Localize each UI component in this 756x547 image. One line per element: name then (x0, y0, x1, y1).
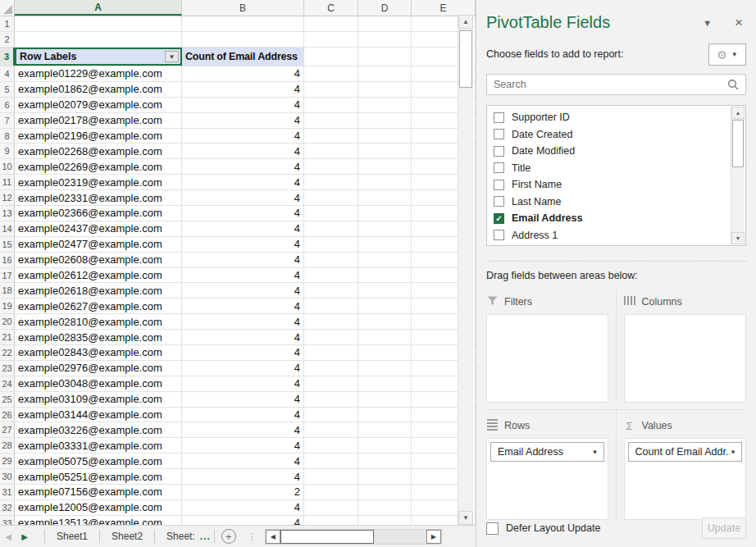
grid-cell[interactable] (358, 144, 412, 158)
grid-cell[interactable] (358, 48, 412, 66)
vertical-scrollbar[interactable]: ▲ ▼ (458, 15, 473, 525)
count-cell[interactable]: 4 (182, 66, 304, 81)
field-item-first-name[interactable]: First Name (489, 176, 744, 194)
email-cell[interactable]: example02477@example.com (15, 237, 182, 252)
email-cell[interactable]: example02976@example.com (15, 361, 182, 376)
count-cell[interactable]: 4 (182, 361, 304, 376)
row-number[interactable]: 7 (0, 113, 15, 128)
sheet-tab-3[interactable]: Sheet: (155, 526, 207, 547)
tab-nav-left-icon[interactable]: ◀ (0, 532, 16, 541)
row-number[interactable]: 20 (0, 314, 15, 329)
row-number[interactable]: 30 (0, 469, 15, 484)
grid-cell[interactable] (304, 485, 358, 499)
grid-cell[interactable] (304, 206, 358, 221)
count-cell[interactable]: 4 (182, 190, 304, 205)
grid-cell[interactable] (358, 469, 412, 484)
values-field-pill[interactable]: Count of Email Addr...▼ (628, 442, 743, 462)
scroll-up-icon[interactable]: ▲ (458, 15, 473, 29)
tools-gear-button[interactable]: ⚙ ▼ (708, 43, 746, 66)
grid-cell[interactable] (358, 268, 412, 283)
email-cell[interactable]: example02269@example.com (15, 159, 182, 174)
row-number[interactable]: 26 (0, 408, 15, 422)
row-number[interactable]: 5 (0, 82, 15, 97)
email-cell[interactable]: example07156@example.com (15, 485, 182, 499)
grid-cell[interactable] (182, 16, 304, 31)
field-item-last-name[interactable]: Last Name (489, 194, 744, 211)
row-number[interactable]: 23 (0, 361, 15, 376)
row-number[interactable]: 18 (0, 283, 15, 298)
grid-cell[interactable] (358, 408, 412, 422)
grid-cell[interactable] (304, 66, 358, 81)
horizontal-scrollbar-thumb[interactable] (280, 530, 374, 544)
grid-cell[interactable] (304, 422, 358, 437)
row-number[interactable]: 33 (0, 516, 15, 525)
email-cell[interactable]: example02608@example.com (15, 253, 182, 267)
count-cell[interactable]: 4 (182, 253, 304, 267)
filters-drop-zone[interactable] (486, 314, 608, 403)
grid-cell[interactable] (358, 314, 412, 329)
grid-cell[interactable] (358, 376, 412, 391)
row-number[interactable]: 32 (0, 500, 15, 515)
grid-cell[interactable] (304, 159, 358, 174)
grid-cell[interactable] (304, 469, 358, 484)
vertical-scrollbar-thumb[interactable] (459, 30, 472, 88)
grid-cell[interactable] (304, 32, 358, 47)
grid-cell[interactable] (304, 253, 358, 267)
row-number[interactable]: 12 (0, 190, 15, 205)
count-cell[interactable]: 4 (182, 82, 304, 97)
grid-cell[interactable] (358, 237, 412, 252)
count-cell[interactable]: 4 (182, 113, 304, 128)
row-number[interactable]: 4 (0, 66, 15, 81)
field-item-title[interactable]: Title (489, 160, 744, 177)
grid-cell[interactable] (358, 82, 412, 97)
grid-cell[interactable] (358, 485, 412, 499)
row-labels-cell[interactable]: Row Labels▼ (15, 48, 182, 66)
email-cell[interactable]: example02612@example.com (15, 268, 182, 283)
grid-cell[interactable] (304, 16, 358, 31)
row-number[interactable]: 22 (0, 345, 15, 360)
email-cell[interactable]: example02319@example.com (15, 175, 182, 189)
count-cell[interactable]: 4 (182, 345, 304, 360)
tab-nav-right-icon[interactable]: ▶ (16, 532, 33, 541)
email-cell[interactable]: example02437@example.com (15, 221, 182, 236)
count-cell[interactable]: 2 (182, 485, 304, 499)
grid-cell[interactable] (304, 361, 358, 376)
row-number[interactable]: 17 (0, 268, 15, 283)
email-cell[interactable]: example01229@example.com (15, 66, 182, 81)
grid-cell[interactable] (358, 113, 412, 128)
column-header-c[interactable]: C (304, 0, 358, 16)
grid-cell[interactable] (358, 516, 412, 525)
field-checkbox[interactable] (494, 129, 504, 139)
tab-overflow-ellipsis[interactable]: ... (200, 531, 211, 542)
sheet-tab-1[interactable]: Sheet1 (45, 526, 99, 547)
scroll-down-icon[interactable]: ▼ (458, 511, 473, 525)
field-checkbox[interactable] (494, 196, 504, 207)
field-checkbox[interactable] (494, 180, 504, 190)
scroll-right-icon[interactable]: ▶ (426, 530, 441, 544)
grid-cell[interactable] (358, 361, 412, 376)
email-cell[interactable]: example02268@example.com (15, 144, 182, 158)
sheet-tab-2[interactable]: Sheet2 (100, 526, 154, 547)
count-cell[interactable]: 4 (182, 206, 304, 221)
field-item-date-created[interactable]: Date Created (489, 126, 744, 144)
row-number[interactable]: 13 (0, 206, 15, 221)
grid-cell[interactable] (358, 500, 412, 515)
column-header-d[interactable]: D (358, 0, 412, 16)
count-cell[interactable]: 4 (182, 98, 304, 112)
count-cell[interactable]: 4 (182, 175, 304, 189)
field-list-scrollbar[interactable]: ▲ ▼ (731, 107, 745, 244)
row-number[interactable]: 29 (0, 454, 15, 468)
chevron-down-icon[interactable]: ▼ (592, 449, 599, 456)
count-cell[interactable]: 4 (182, 469, 304, 484)
email-cell[interactable]: example03226@example.com (15, 422, 182, 437)
search-input[interactable] (494, 79, 727, 90)
scroll-down-icon[interactable]: ▼ (731, 232, 745, 244)
row-number[interactable]: 15 (0, 237, 15, 252)
row-number[interactable]: 24 (0, 376, 15, 391)
row-number[interactable]: 3 (0, 48, 15, 66)
chevron-down-icon[interactable]: ▼ (730, 449, 736, 456)
email-cell[interactable]: example03048@example.com (15, 376, 182, 391)
field-item-email-address[interactable]: ✓Email Address (489, 210, 744, 227)
values-drop-zone[interactable]: Count of Email Addr...▼ (624, 438, 747, 520)
grid-cell[interactable] (304, 144, 358, 158)
